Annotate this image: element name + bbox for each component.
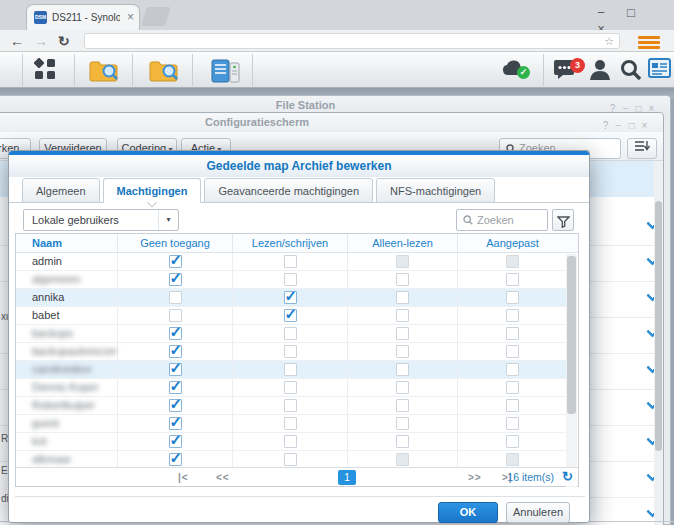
first-page-button[interactable]: |< <box>178 468 189 487</box>
permission-checkbox-unchecked[interactable] <box>169 291 182 304</box>
cp-window-control[interactable]: − <box>612 119 625 133</box>
permission-checkbox-checked[interactable] <box>169 255 182 268</box>
table-row[interactable]: Robertkuiper <box>16 397 567 415</box>
permission-checkbox-checked[interactable] <box>169 363 182 376</box>
cp-window-control[interactable]: ? <box>599 119 612 133</box>
permission-checkbox-checked[interactable] <box>284 291 297 304</box>
table-row[interactable]: backupautomcomnl.. <box>16 343 567 361</box>
filter-funnel-button[interactable] <box>552 209 574 231</box>
permission-checkbox-unchecked[interactable] <box>284 417 297 430</box>
column-header-3[interactable]: Lezen/schrijven <box>232 234 347 252</box>
table-row[interactable]: kot <box>16 433 567 451</box>
refresh-icon[interactable]: ↻ <box>562 468 573 486</box>
file-station-window-icon-2[interactable] <box>149 58 179 84</box>
table-row[interactable]: babet <box>16 307 567 325</box>
permission-checkbox-unchecked[interactable] <box>284 399 297 412</box>
permission-checkbox-checked[interactable] <box>169 345 182 358</box>
table-row[interactable]: alkmaar <box>16 451 567 467</box>
permission-checkbox-unchecked[interactable] <box>396 273 409 286</box>
new-tab-button[interactable] <box>141 7 171 26</box>
permission-checkbox-unchecked[interactable] <box>396 435 409 448</box>
bookmark-star-icon[interactable]: ☆ <box>604 35 614 48</box>
user-search-input[interactable]: Zoeken <box>456 209 548 231</box>
permission-checkbox-unchecked[interactable] <box>396 345 409 358</box>
column-header-2[interactable]: Geen toegang <box>117 234 232 252</box>
permission-checkbox-unchecked[interactable] <box>506 327 519 340</box>
browser-menu-icon[interactable] <box>638 36 660 51</box>
permission-checkbox-unchecked[interactable] <box>169 309 182 322</box>
permission-checkbox-unchecked[interactable] <box>506 273 519 286</box>
forward-icon[interactable]: → <box>34 32 48 50</box>
table-row[interactable]: guest <box>16 415 567 433</box>
search-icon[interactable] <box>619 58 643 84</box>
permission-checkbox-unchecked[interactable] <box>284 363 297 376</box>
column-header-1[interactable]: Naam <box>16 234 117 252</box>
permission-checkbox-unchecked[interactable] <box>396 309 409 322</box>
permission-checkbox-unchecked[interactable] <box>506 417 519 430</box>
ok-button[interactable]: OK <box>438 502 498 523</box>
control-panel-window-controls[interactable]: ?−□× <box>599 115 651 133</box>
list-scrollbar[interactable] <box>654 161 663 525</box>
permission-checkbox-unchecked[interactable] <box>506 399 519 412</box>
main-menu-icon[interactable] <box>34 58 57 84</box>
table-scrollbar[interactable] <box>566 254 577 487</box>
permission-checkbox-unchecked[interactable] <box>284 327 297 340</box>
permission-checkbox-unchecked[interactable] <box>284 381 297 394</box>
file-station-window-icon[interactable] <box>89 58 119 84</box>
permission-checkbox-checked[interactable] <box>284 309 297 322</box>
table-row[interactable]: Dennis Koper <box>16 379 567 397</box>
browser-window-control[interactable]: − <box>586 5 616 21</box>
column-header-5[interactable]: Aangepast <box>457 234 567 252</box>
reload-icon[interactable]: ↻ <box>58 32 70 50</box>
permission-checkbox-checked[interactable] <box>169 453 182 466</box>
current-page-badge[interactable]: 1 <box>338 470 356 485</box>
permission-checkbox-unchecked[interactable] <box>284 453 297 466</box>
permission-checkbox-unchecked[interactable] <box>284 435 297 448</box>
cp-window-control[interactable]: □ <box>625 119 638 133</box>
permission-checkbox-checked[interactable] <box>169 381 182 394</box>
tab-nfs-machtigingen[interactable]: NFS-machtigingen <box>376 178 495 203</box>
table-scrollbar-thumb[interactable] <box>567 256 576 414</box>
back-icon[interactable]: ← <box>10 32 24 50</box>
tab-algemeen[interactable]: Algemeen <box>22 178 100 203</box>
permission-checkbox-unchecked[interactable] <box>396 291 409 304</box>
table-row[interactable]: backups <box>16 325 567 343</box>
user-source-dropdown[interactable]: Lokale gebruikers ▾ <box>23 209 179 231</box>
permission-checkbox-unchecked[interactable] <box>506 363 519 376</box>
next-page-button[interactable]: >> <box>468 468 482 487</box>
permission-checkbox-unchecked[interactable] <box>284 273 297 286</box>
permission-checkbox-unchecked[interactable] <box>506 309 519 322</box>
table-row[interactable]: admin <box>16 253 567 271</box>
tab-geavanceerde-machtigingen[interactable]: Geavanceerde machtigingen <box>204 178 373 203</box>
column-header-4[interactable]: Alleen-lezen <box>347 234 457 252</box>
cancel-button[interactable]: Annuleren <box>506 502 570 523</box>
prev-page-button[interactable]: << <box>216 468 230 487</box>
user-account-icon[interactable] <box>588 58 612 84</box>
table-row[interactable]: carolinedevr <box>16 361 567 379</box>
cp-window-control[interactable]: × <box>638 119 651 133</box>
control-panel-window-icon[interactable] <box>211 58 241 84</box>
permission-checkbox-unchecked[interactable] <box>506 291 519 304</box>
permission-checkbox-checked[interactable] <box>169 435 182 448</box>
permission-checkbox-unchecked[interactable] <box>506 381 519 394</box>
permission-checkbox-unchecked[interactable] <box>396 381 409 394</box>
permission-checkbox-checked[interactable] <box>169 327 182 340</box>
tab-close-icon[interactable]: × <box>127 10 134 24</box>
permission-checkbox-checked[interactable] <box>169 399 182 412</box>
permission-checkbox-unchecked[interactable] <box>284 255 297 268</box>
permission-checkbox-unchecked[interactable] <box>506 435 519 448</box>
permission-checkbox-checked[interactable] <box>169 273 182 286</box>
permission-checkbox-checked[interactable] <box>169 417 182 430</box>
permission-checkbox-unchecked[interactable] <box>284 345 297 358</box>
browser-window-control[interactable]: □ <box>616 5 646 21</box>
permission-checkbox-unchecked[interactable] <box>396 399 409 412</box>
tab-machtigingen[interactable]: Machtigingen <box>103 178 202 203</box>
permission-checkbox-unchecked[interactable] <box>396 417 409 430</box>
permission-checkbox-unchecked[interactable] <box>506 345 519 358</box>
browser-tab[interactable]: DSM DS211 - Synology DiskSta × <box>26 4 140 30</box>
control-panel-titlebar[interactable]: Configuratiescherm <box>0 113 663 132</box>
permission-checkbox-unchecked[interactable] <box>396 327 409 340</box>
sort-button[interactable] <box>627 138 657 159</box>
permission-checkbox-unchecked[interactable] <box>396 363 409 376</box>
address-bar[interactable]: ☆ <box>84 33 620 49</box>
